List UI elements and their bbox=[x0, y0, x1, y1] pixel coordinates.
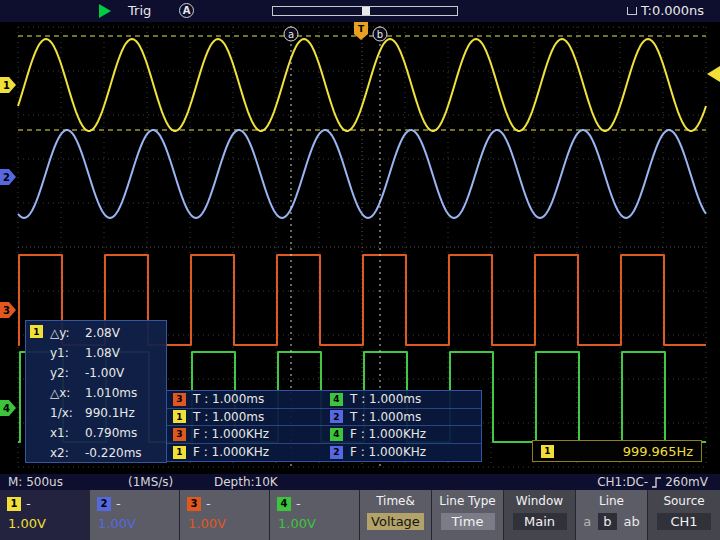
line-option-ab[interactable]: ab bbox=[624, 514, 640, 529]
horizontal-position-marker[interactable] bbox=[362, 7, 370, 15]
coupling-indicator: - bbox=[116, 496, 121, 511]
memory-depth-readout: Depth:10K bbox=[214, 474, 278, 490]
channel-badge: 4 bbox=[277, 497, 291, 511]
cursor-readout-row: x1:0.790ms bbox=[50, 423, 166, 443]
measure-value: T : 1.000ms bbox=[350, 410, 421, 424]
menu-label-time-voltage: Time& bbox=[360, 494, 431, 511]
channel-badge: 3 bbox=[187, 497, 201, 511]
channel-marker-number: 1 bbox=[3, 80, 10, 91]
trigger-window-icon bbox=[627, 7, 637, 15]
line-option-b[interactable]: b bbox=[598, 513, 616, 530]
cursor-row-value: 1.010ms bbox=[85, 386, 137, 400]
rising-edge-icon bbox=[651, 476, 662, 489]
cursor-row-value: 990.1Hz bbox=[85, 406, 135, 420]
cursor-a-label: a bbox=[288, 29, 294, 40]
menu-label-window: Window bbox=[504, 494, 575, 511]
channel-badge: 1 bbox=[30, 325, 43, 338]
menu-time-voltage[interactable]: Time& Voltage bbox=[360, 490, 432, 540]
menu-value-line-type[interactable]: Time bbox=[441, 513, 495, 530]
measure-cell: 4F : 1.000KHz bbox=[324, 426, 481, 444]
measure-cell: 1F : 1.000KHz bbox=[167, 444, 324, 462]
measure-value: F : 1.000KHz bbox=[350, 427, 426, 441]
channel-badge: 2 bbox=[330, 410, 343, 423]
measure-value: F : 1.000KHz bbox=[193, 427, 269, 441]
measure-cell: 3F : 1.000KHz bbox=[167, 426, 324, 444]
cursor-readout-row: x2:-0.220ms bbox=[50, 443, 166, 463]
cursor-readout-row: △y:2.08V bbox=[50, 323, 166, 343]
channel-marker-number: 2 bbox=[3, 172, 10, 183]
waveform-ch1 bbox=[18, 39, 706, 131]
cursor-readout-row: △x:1.010ms bbox=[50, 383, 166, 403]
line-option-a[interactable]: a bbox=[583, 514, 591, 529]
trigger-settings-readout: CH1:DC- 260mV bbox=[597, 474, 708, 490]
channel-scale: 1.00V bbox=[188, 516, 269, 531]
menu-line-type[interactable]: Line Type Time bbox=[432, 490, 504, 540]
cursor-row-label: △y: bbox=[50, 323, 85, 343]
menu-value-source[interactable]: CH1 bbox=[657, 513, 711, 530]
measure-value: T : 1.000ms bbox=[193, 392, 264, 406]
cursor-readout-row: 1/x:990.1Hz bbox=[50, 403, 166, 423]
horizontal-position-bar[interactable] bbox=[272, 6, 458, 16]
channel-badge: 3 bbox=[173, 428, 186, 441]
channel-badge: 1 bbox=[173, 446, 186, 459]
channel-scale: 1.00V bbox=[278, 516, 359, 531]
menu-line[interactable]: Line a b ab bbox=[576, 490, 648, 540]
line-options: a b ab bbox=[576, 513, 647, 530]
cursor-row-label: x1: bbox=[50, 423, 85, 443]
frequency-value: 999.965Hz bbox=[623, 444, 693, 459]
channel-badge: 2 bbox=[330, 446, 343, 459]
measure-cell: 4T : 1.000ms bbox=[324, 391, 481, 409]
measure-value: F : 1.000KHz bbox=[350, 445, 426, 459]
channel-badge: 4 bbox=[330, 393, 343, 406]
channel-menu-2[interactable]: 2-1.00V bbox=[90, 490, 180, 540]
channel-badge: 1 bbox=[541, 445, 554, 458]
cursor-readout-row: y1:1.08V bbox=[50, 343, 166, 363]
coupling-indicator: - bbox=[26, 496, 31, 511]
top-bar: Trig A T:0.000ns bbox=[0, 0, 720, 22]
cursor-measure-panel: 1 △y:2.08Vy1:1.08Vy2:-1.00V△x:1.010ms1/x… bbox=[25, 320, 167, 463]
cursor-row-label: 1/x: bbox=[50, 403, 85, 423]
cursor-row-value: 1.08V bbox=[85, 346, 120, 360]
cursor-row-value: -0.220ms bbox=[85, 446, 142, 460]
trigger-source-coupling: CH1:DC- bbox=[597, 474, 648, 490]
cursor-row-label: x2: bbox=[50, 443, 85, 463]
channel-badge: 3 bbox=[173, 393, 186, 406]
cursor-row-value: -1.00V bbox=[85, 366, 124, 380]
menu-source[interactable]: Source CH1 bbox=[648, 490, 720, 540]
coupling-indicator: - bbox=[206, 496, 211, 511]
frequency-counter: 1 999.965Hz bbox=[532, 440, 702, 462]
timebase-readout: M: 500us bbox=[8, 474, 63, 490]
auto-measure-panel: 3T : 1.000ms4T : 1.000ms1T : 1.000ms2T :… bbox=[166, 390, 482, 462]
trigger-level-arrow[interactable] bbox=[707, 66, 720, 82]
menu-label-line: Line bbox=[576, 494, 647, 511]
menu-window[interactable]: Window Main bbox=[504, 490, 576, 540]
trig-label: Trig bbox=[128, 3, 151, 18]
measure-cell: 3T : 1.000ms bbox=[167, 391, 324, 409]
cursor-row-label: △x: bbox=[50, 383, 85, 403]
measure-value: T : 1.000ms bbox=[350, 392, 421, 406]
channel-badge: 1 bbox=[173, 410, 186, 423]
channel-menu-4[interactable]: 4-1.00V bbox=[270, 490, 360, 540]
measure-cell: 2F : 1.000KHz bbox=[324, 444, 481, 462]
menu-value-voltage[interactable]: Voltage bbox=[367, 513, 424, 530]
channel-marker-number: 4 bbox=[3, 403, 10, 414]
cursor-b-label: b bbox=[377, 29, 383, 40]
channel-badge: 4 bbox=[330, 428, 343, 441]
coupling-indicator: - bbox=[296, 496, 301, 511]
cursor-readout-rows: △y:2.08Vy1:1.08Vy2:-1.00V△x:1.010ms1/x:9… bbox=[26, 321, 166, 463]
trigger-time-readout: T:0.000ns bbox=[641, 3, 704, 18]
trigger-position-tag-label: T bbox=[358, 24, 365, 34]
channel-menu-1[interactable]: 1-1.00V bbox=[0, 490, 90, 540]
channel-menu-3[interactable]: 3-1.00V bbox=[180, 490, 270, 540]
measure-value: T : 1.000ms bbox=[193, 410, 264, 424]
menu-value-window[interactable]: Main bbox=[513, 513, 567, 530]
menu-label-source: Source bbox=[648, 494, 720, 511]
channel-scale: 1.00V bbox=[98, 516, 179, 531]
channel-marker-number: 3 bbox=[3, 305, 10, 316]
channel-badge: 2 bbox=[97, 497, 111, 511]
measure-cell: 1T : 1.000ms bbox=[167, 409, 324, 427]
trigger-level-value: 260mV bbox=[665, 474, 708, 490]
cursor-row-value: 2.08V bbox=[85, 326, 120, 340]
run-status-icon bbox=[99, 4, 111, 18]
measure-value: F : 1.000KHz bbox=[193, 445, 269, 459]
